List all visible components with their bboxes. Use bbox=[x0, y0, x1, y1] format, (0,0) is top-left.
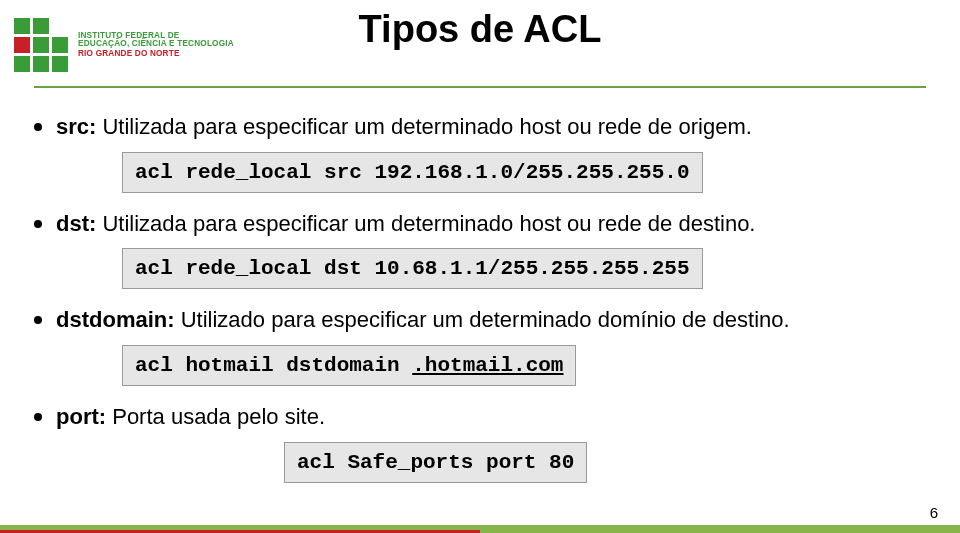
title-underline bbox=[34, 86, 926, 88]
bullet-text: dst: Utilizada para especificar um deter… bbox=[56, 209, 755, 239]
code-dst: acl rede_local dst 10.68.1.1/255.255.255… bbox=[122, 248, 703, 289]
bullet-dstdomain: dstdomain: Utilizado para especificar um… bbox=[34, 305, 926, 335]
bullet-src: src: Utilizada para especificar um deter… bbox=[34, 112, 926, 142]
bullet-dot-icon bbox=[34, 413, 42, 421]
content-area: src: Utilizada para especificar um deter… bbox=[34, 112, 926, 487]
bullet-text: port: Porta usada pelo site. bbox=[56, 402, 325, 432]
bullet-port: port: Porta usada pelo site. bbox=[34, 402, 926, 432]
code-dstdomain-host: .hotmail.com bbox=[412, 354, 563, 377]
bullet-dot-icon bbox=[34, 220, 42, 228]
bullet-desc: Utilizado para especificar um determinad… bbox=[175, 307, 790, 332]
code-dstdomain-pre: acl hotmail dstdomain bbox=[135, 354, 412, 377]
slide: INSTITUTO FEDERAL DE EDUCAÇÃO, CIÊNCIA E… bbox=[0, 0, 960, 533]
bullet-dot-icon bbox=[34, 316, 42, 324]
page-number: 6 bbox=[930, 504, 938, 521]
bullet-text: dstdomain: Utilizado para especificar um… bbox=[56, 305, 790, 335]
code-src: acl rede_local src 192.168.1.0/255.255.2… bbox=[122, 152, 703, 193]
bullet-desc: Porta usada pelo site. bbox=[106, 404, 325, 429]
code-port: acl Safe_ports port 80 bbox=[284, 442, 587, 483]
bullet-desc: Utilizada para especificar um determinad… bbox=[96, 114, 751, 139]
code-dstdomain: acl hotmail dstdomain .hotmail.com bbox=[122, 345, 576, 386]
bullet-text: src: Utilizada para especificar um deter… bbox=[56, 112, 752, 142]
logo-line-3: RIO GRANDE DO NORTE bbox=[78, 50, 234, 59]
footer-bars bbox=[0, 525, 960, 533]
bullet-term: dstdomain: bbox=[56, 307, 175, 332]
bullet-desc: Utilizada para especificar um determinad… bbox=[96, 211, 755, 236]
slide-title: Tipos de ACL bbox=[0, 8, 960, 51]
bullet-dst: dst: Utilizada para especificar um deter… bbox=[34, 209, 926, 239]
bullet-term: port: bbox=[56, 404, 106, 429]
bullet-term: src: bbox=[56, 114, 96, 139]
bullet-term: dst: bbox=[56, 211, 96, 236]
bullet-dot-icon bbox=[34, 123, 42, 131]
